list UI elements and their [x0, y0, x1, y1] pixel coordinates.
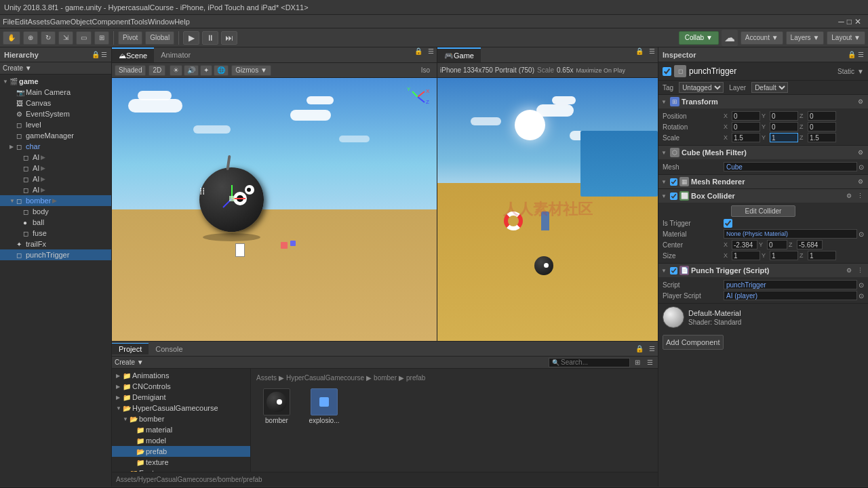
pos-z-input[interactable] [808, 111, 836, 121]
rect-tool[interactable]: ▭ [76, 31, 92, 45]
breadcrumb-assets[interactable]: Assets [256, 374, 277, 382]
pivot-button[interactable]: Pivot [118, 31, 142, 45]
step-button[interactable]: ⏭ [221, 31, 237, 45]
hierarchy-menu[interactable]: ☰ [101, 51, 107, 58]
game-content[interactable]: 人人素材社区 [437, 78, 658, 341]
2d-btn[interactable]: 2D [149, 65, 165, 76]
material-pick[interactable]: ⊙ [859, 230, 864, 238]
box-collider-settings[interactable]: ⚙ [844, 192, 854, 199]
shaded-btn[interactable]: Shaded [115, 65, 146, 76]
close-btn[interactable]: ✕ [854, 17, 861, 26]
material-input[interactable] [724, 229, 857, 239]
tree-item-ai2[interactable]: ◻ AI ▶ [0, 163, 111, 174]
gizmos-btn[interactable]: Gizmos ▼ [231, 65, 271, 76]
tag-select[interactable]: Untagged [679, 82, 724, 93]
tree-item-char[interactable]: ▶ ◻ char [0, 141, 111, 152]
script-ref-input[interactable] [724, 280, 857, 289]
menu-window[interactable]: Window [148, 18, 174, 26]
menu-component[interactable]: Component [92, 18, 130, 26]
scene-content[interactable]: X Y Z [112, 78, 437, 341]
hand-tool[interactable]: ✋ [3, 31, 20, 45]
box-collider-header[interactable]: ▼ ⬜ Box Collider ⚙ ⋮ [658, 189, 868, 203]
obj-static-dropdown[interactable]: ▼ [857, 68, 864, 75]
size-z-input[interactable] [808, 251, 836, 260]
tree-item-game[interactable]: ▼ 🎬 game [0, 76, 111, 87]
layer-select[interactable]: Default [751, 82, 788, 93]
folder-hypercasual[interactable]: ▼ 📂 HyperCasualGamecourse [112, 403, 250, 413]
scale-x-input[interactable] [732, 133, 760, 142]
move-tool[interactable]: ⊕ [23, 31, 38, 45]
project-filter-btn[interactable]: ☰ [645, 359, 655, 366]
tree-item-fuse[interactable]: ◻ fuse [0, 228, 111, 239]
center-y-input[interactable] [767, 240, 787, 249]
scene-lock[interactable]: 🔒 [412, 47, 425, 62]
tab-scene[interactable]: ⛰ Scene [112, 47, 154, 62]
tree-item-ai3[interactable]: ◻ AI ▶ [0, 174, 111, 184]
box-collider-more[interactable]: ⋮ [855, 192, 865, 199]
project-lock[interactable]: 🔒 [633, 345, 646, 352]
layers-button[interactable]: Layers ▼ [786, 31, 825, 45]
breadcrumb-bomber[interactable]: bomber [374, 374, 397, 382]
rot-z-input[interactable] [808, 122, 836, 131]
folder-material[interactable]: 📁 material [112, 424, 250, 435]
game-menu[interactable]: ☰ [646, 47, 658, 62]
game-lock[interactable]: 🔒 [633, 47, 646, 62]
maximize-btn[interactable]: □ [847, 17, 852, 26]
tree-item-level[interactable]: ◻ level [0, 119, 111, 130]
obj-enabled-checkbox[interactable] [663, 67, 671, 76]
bomber-3d[interactable] [199, 167, 264, 241]
rot-y-input[interactable] [770, 122, 798, 131]
tab-game[interactable]: 🎮 Game [437, 47, 481, 62]
inspector-menu[interactable]: ☰ [858, 51, 864, 58]
tree-item-trailfx[interactable]: ✦ trailFx [0, 239, 111, 249]
folder-bomber[interactable]: ▼ 📂 bomber [112, 413, 250, 424]
tree-item-body[interactable]: ◻ body [0, 206, 111, 217]
player-script-input[interactable] [724, 291, 857, 300]
menu-edit[interactable]: Edit [15, 18, 28, 26]
folder-model[interactable]: 📁 model [112, 435, 250, 446]
layout-button[interactable]: Layout ▼ [827, 31, 865, 45]
scale-tool[interactable]: ⇲ [58, 31, 73, 45]
skybox-btn[interactable]: 🌐 [214, 65, 229, 76]
pos-y-input[interactable] [770, 111, 798, 121]
tab-console[interactable]: Console [149, 344, 189, 354]
menu-tools[interactable]: Tools [130, 18, 148, 26]
collab-button[interactable]: Collab ▼ [679, 31, 719, 45]
hierarchy-lock[interactable]: 🔒 [92, 51, 100, 58]
tree-item-punchtrigger[interactable]: ◻ punchTrigger [0, 249, 111, 260]
folder-texture[interactable]: 📁 texture [112, 457, 250, 468]
add-component-button[interactable]: Add Component [663, 335, 724, 350]
pause-button[interactable]: ⏸ [202, 31, 218, 45]
light-btn[interactable]: ☀ [170, 65, 182, 76]
account-button[interactable]: Account ▼ [741, 31, 783, 45]
resolution-select[interactable]: iPhone 1334x750 Portrait (750) [440, 66, 534, 74]
play-button[interactable]: ▶ [183, 31, 199, 45]
rotate-tool[interactable]: ↻ [41, 31, 56, 45]
size-x-input[interactable] [732, 251, 760, 260]
punch-trigger-enabled[interactable] [670, 267, 677, 274]
center-z-input[interactable] [797, 240, 823, 249]
project-menu[interactable]: ☰ [646, 345, 658, 352]
center-x-input[interactable] [732, 240, 757, 249]
tree-item-ball[interactable]: ● ball [0, 217, 111, 228]
menu-file[interactable]: File [3, 18, 15, 26]
mesh-renderer-header[interactable]: ▼ ▦ Mesh Renderer ⚙ [658, 175, 868, 188]
box-collider-enabled[interactable] [670, 192, 677, 200]
menu-help[interactable]: Help [174, 18, 190, 26]
fx-btn[interactable]: ✦ [200, 65, 212, 76]
folder-demigiant[interactable]: ▶ 📁 Demigiant [112, 392, 250, 403]
punch-trigger-header[interactable]: ▼ 📄 Punch Trigger (Script) ⚙ ⋮ [658, 264, 868, 277]
breadcrumb-prefab[interactable]: prefab [406, 374, 425, 382]
pos-x-input[interactable] [732, 111, 760, 121]
tab-animator[interactable]: Animator [154, 47, 197, 62]
transform-settings[interactable]: ⚙ [856, 98, 865, 105]
menu-assets[interactable]: Assets [28, 18, 50, 26]
punch-trigger-more[interactable]: ⋮ [855, 267, 865, 274]
cloud-button[interactable]: ☁ [722, 30, 738, 46]
punch-trigger-settings[interactable]: ⚙ [844, 267, 854, 274]
script-pick[interactable]: ⊙ [859, 281, 864, 289]
menu-gameobject[interactable]: GameObject [50, 18, 92, 26]
mesh-ref-input[interactable] [724, 162, 857, 171]
tree-item-bomber[interactable]: ▼ ◻ bomber ▶ [0, 195, 111, 206]
edit-collider-btn[interactable]: Edit Collider [731, 205, 796, 217]
